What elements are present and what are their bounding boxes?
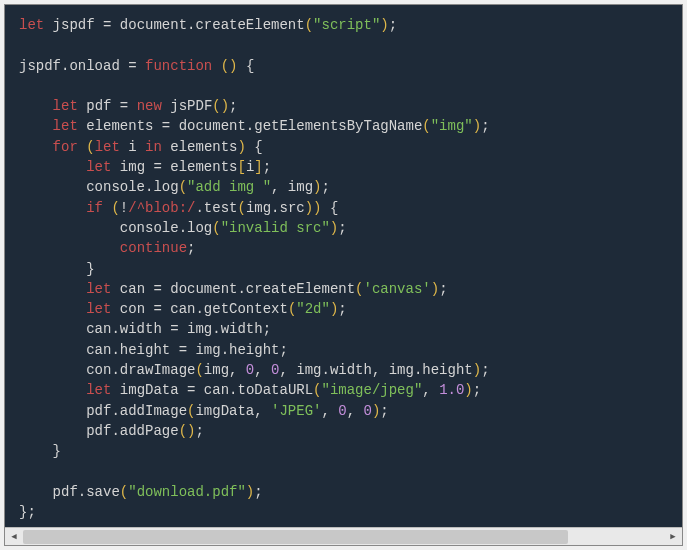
token-ident: , — [422, 382, 439, 398]
token-kw-decl: let — [86, 301, 111, 317]
token-ident: , — [347, 403, 364, 419]
token-ident — [19, 98, 53, 114]
token-num: 0 — [364, 403, 372, 419]
token-ident: ; — [389, 17, 397, 33]
token-ident: can.toDataURL — [195, 382, 313, 398]
token-ident: ; — [195, 423, 203, 439]
code-line — [19, 462, 668, 482]
code-line: let elements = document.getElementsByTag… — [19, 116, 668, 136]
code-line: let img = elements[i]; — [19, 157, 668, 177]
token-brace: } — [53, 443, 61, 459]
token-ident: ; — [229, 98, 237, 114]
token-kw-decl: let — [95, 139, 120, 155]
token-kw-decl: let — [19, 17, 44, 33]
token-str: 'canvas' — [364, 281, 431, 297]
token-ident — [128, 98, 136, 114]
code-line: console.log("add img ", img); — [19, 177, 668, 197]
token-op: = — [162, 118, 170, 134]
token-ident — [19, 382, 86, 398]
token-kw-decl: in — [145, 139, 162, 155]
code-line: can.height = img.height; — [19, 340, 668, 360]
scrollbar-track[interactable] — [23, 528, 664, 546]
token-op: = — [179, 342, 187, 358]
token-ident — [19, 159, 86, 175]
token-num: 1.0 — [439, 382, 464, 398]
token-ident: ; — [254, 484, 262, 500]
token-ident: document.getElementsByTagName — [170, 118, 422, 134]
token-ident — [19, 200, 86, 216]
token-ident: elements — [162, 139, 238, 155]
token-ident: img.src — [246, 200, 305, 216]
token-str: "image/jpeg" — [322, 382, 423, 398]
token-num: 0 — [246, 362, 254, 378]
token-ident — [237, 58, 245, 74]
token-paren: [ — [237, 159, 245, 175]
token-ident: con.drawImage — [19, 362, 195, 378]
token-ident: can.width — [19, 321, 170, 337]
code-line: pdf.addImage(imgData, 'JPEG', 0, 0); — [19, 401, 668, 421]
token-paren: )) — [305, 200, 322, 216]
token-ident — [212, 58, 220, 74]
token-ident: imgData, — [195, 403, 271, 419]
token-ident: ; — [481, 118, 489, 134]
token-ident: document.createElement — [162, 281, 355, 297]
token-ident — [19, 261, 86, 277]
token-kw-decl: let — [86, 159, 111, 175]
token-ident — [19, 118, 53, 134]
code-line: for (let i in elements) { — [19, 137, 668, 157]
token-op: = — [128, 58, 136, 74]
token-ident: ; — [321, 179, 329, 195]
horizontal-scrollbar[interactable]: ◀ ▶ — [5, 527, 682, 545]
token-ident: img, — [204, 362, 246, 378]
token-str: "2d" — [296, 301, 330, 317]
token-ident: pdf.addPage — [19, 423, 179, 439]
code-line: let con = can.getContext("2d"); — [19, 299, 668, 319]
code-line: can.width = img.width; — [19, 319, 668, 339]
code-line — [19, 35, 668, 55]
token-op: = — [120, 98, 128, 114]
token-ident: ; — [338, 301, 346, 317]
code-line: continue; — [19, 238, 668, 258]
token-str: 'JPEG' — [271, 403, 321, 419]
token-paren: () — [212, 98, 229, 114]
token-ident: i — [120, 139, 145, 155]
token-ident: , — [321, 403, 338, 419]
token-ident: , img.width, img.height — [279, 362, 472, 378]
token-ident: jsPDF — [162, 98, 212, 114]
token-op: = — [153, 281, 161, 297]
token-str: "add img " — [187, 179, 271, 195]
code-area[interactable]: let jspdf = document.createElement("scri… — [5, 5, 682, 527]
scroll-left-button[interactable]: ◀ — [5, 528, 23, 546]
token-ident: ; — [380, 403, 388, 419]
token-paren: ) — [473, 362, 481, 378]
token-ident: ; — [263, 159, 271, 175]
token-ident: con — [111, 301, 153, 317]
token-ident: img — [111, 159, 153, 175]
token-ident — [78, 139, 86, 155]
token-ident — [19, 443, 53, 459]
token-str: "script" — [313, 17, 380, 33]
code-line: jspdf.onload = function () { — [19, 56, 668, 76]
token-kw-decl: let — [86, 382, 111, 398]
token-paren: ( — [313, 382, 321, 398]
token-ident: img.height; — [187, 342, 288, 358]
token-ident — [19, 240, 120, 256]
token-ident: console.log — [19, 220, 212, 236]
code-line — [19, 76, 668, 96]
token-paren: ( — [120, 484, 128, 500]
token-paren: ( — [86, 139, 94, 155]
token-ident: imgData — [111, 382, 187, 398]
token-str: "download.pdf" — [128, 484, 246, 500]
code-line: pdf.addPage(); — [19, 421, 668, 441]
token-ident: , img — [271, 179, 313, 195]
token-paren: ( — [305, 17, 313, 33]
token-regex: /^blob:/ — [128, 200, 195, 216]
scroll-right-button[interactable]: ▶ — [664, 528, 682, 546]
scrollbar-thumb[interactable] — [23, 530, 568, 544]
token-ident: ! — [120, 200, 128, 216]
token-paren: ( — [179, 179, 187, 195]
code-editor: let jspdf = document.createElement("scri… — [4, 4, 683, 546]
token-paren: ) — [473, 118, 481, 134]
token-str: "invalid src" — [221, 220, 330, 236]
token-ident — [19, 139, 53, 155]
